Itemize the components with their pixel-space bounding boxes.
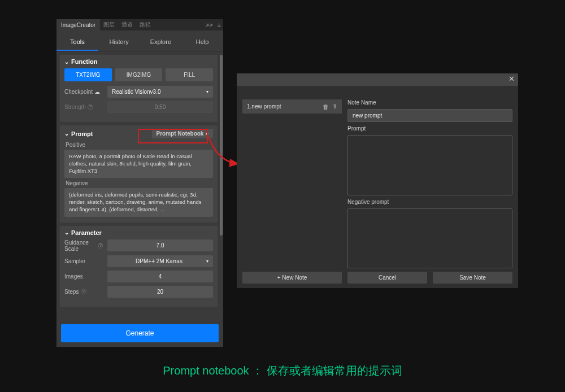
tab-history[interactable]: History (98, 35, 140, 51)
note-list-item[interactable]: 1.new prompt 🗑 ⇪ (242, 99, 342, 114)
sampler-value: DPM++ 2M Karras (112, 258, 206, 264)
chevron-down-icon: ▾ (206, 259, 208, 264)
chevron-down-icon: ⌄ (64, 130, 69, 137)
tab-help[interactable]: Help (181, 35, 223, 51)
note-item-name: 1.new prompt (247, 103, 319, 110)
tab-explore[interactable]: Explore (140, 35, 182, 51)
images-value[interactable]: 4 (107, 271, 213, 282)
negative-prompt-text[interactable]: (deformed iris, deformed pupils, semi-re… (64, 188, 213, 216)
sampler-select[interactable]: DPM++ 2M Karras ▾ (107, 255, 213, 267)
expand-icon: » (205, 130, 208, 137)
prompt-title: Prompt (71, 130, 93, 137)
collapse-icon[interactable]: >> (203, 21, 215, 28)
chevron-down-icon: ⌄ (64, 59, 69, 65)
help-icon[interactable]: ? (88, 104, 93, 110)
checkpoint-value: Realistic Visionv3.0 (112, 89, 161, 95)
panel-titlebar: ImageCreator 图层 通道 路径 >> ≡ (56, 19, 223, 31)
note-name-label: Note Name (347, 99, 512, 106)
help-icon[interactable]: ? (81, 289, 86, 294)
imagecreator-panel: ImageCreator 图层 通道 路径 >> ≡ Tools History… (56, 19, 223, 347)
parameter-title: Parameter (71, 229, 102, 236)
checkpoint-select[interactable]: Realistic Visionv3.0 ▾ (107, 86, 213, 98)
tab-tools[interactable]: Tools (56, 35, 98, 51)
section-function: ⌄ Function TXT2IMG IMG2IMG FILL Checkpoi… (60, 55, 218, 122)
dialog-titlebar: ✕ (237, 73, 518, 86)
images-label: Images (64, 273, 103, 280)
section-parameter: ⌄ Parameter Guidance Scale? 7.0 Sampler … (60, 226, 218, 307)
panel-tab-layers[interactable]: 图层 (100, 19, 118, 31)
scrollbar[interactable] (220, 55, 223, 317)
panel-tab-paths[interactable]: 路径 (136, 19, 154, 31)
section-header-prompt[interactable]: ⌄ Prompt Prompt Notebook » (64, 129, 213, 138)
close-icon[interactable]: ✕ (508, 75, 515, 83)
guidance-value[interactable]: 7.0 (107, 239, 213, 251)
steps-label: Steps (64, 289, 79, 295)
txt2img-button[interactable]: TXT2IMG (64, 68, 112, 81)
panel-tab-channels[interactable]: 通道 (118, 19, 136, 31)
checkpoint-label: Checkpoint (64, 89, 93, 95)
img2img-button[interactable]: IMG2IMG (115, 68, 163, 81)
sampler-label: Sampler (64, 258, 103, 264)
prompt-notebook-dialog: ✕ 1.new prompt 🗑 ⇪ + New Note Note Name … (237, 73, 518, 288)
note-name-input[interactable]: new prompt (347, 109, 512, 122)
save-note-button[interactable]: Save Note (433, 272, 512, 284)
scrollbar-thumb[interactable] (220, 55, 223, 236)
guidance-label: Guidance Scale (64, 239, 97, 252)
cancel-button[interactable]: Cancel (347, 272, 427, 284)
prompt-notebook-button[interactable]: Prompt Notebook » (152, 129, 213, 138)
help-icon[interactable]: ? (98, 243, 103, 249)
delete-icon[interactable]: 🗑 (323, 103, 329, 110)
panel-tab-imagecreator[interactable]: ImageCreator (56, 19, 100, 31)
negative-label: Negative (66, 180, 213, 186)
cloud-icon[interactable]: ☁ (94, 89, 100, 95)
positive-label: Positive (66, 142, 213, 148)
chevron-down-icon: ⌄ (64, 229, 69, 236)
section-header-parameter[interactable]: ⌄ Parameter (64, 229, 213, 236)
export-icon[interactable]: ⇪ (332, 103, 337, 110)
dialog-prompt-label: Prompt (347, 125, 512, 132)
strength-value: 0.50 (107, 101, 213, 113)
steps-value[interactable]: 20 (107, 286, 213, 298)
main-tabs: Tools History Explore Help (56, 31, 223, 51)
section-header-function[interactable]: ⌄ Function (64, 58, 213, 65)
section-prompt: ⌄ Prompt Prompt Notebook » Positive RAW … (60, 125, 218, 223)
fill-button[interactable]: FILL (166, 68, 213, 81)
dialog-prompt-input[interactable] (347, 135, 512, 195)
new-note-button[interactable]: + New Note (242, 272, 342, 284)
dialog-negative-input[interactable] (347, 208, 512, 269)
dialog-negative-label: Negative prompt (347, 199, 512, 205)
note-list-pane: 1.new prompt 🗑 ⇪ + New Note (242, 99, 342, 284)
function-title: Function (71, 58, 97, 65)
chevron-down-icon: ▾ (206, 89, 208, 94)
prompt-notebook-label: Prompt Notebook (157, 130, 204, 137)
strength-label: Strength (64, 104, 86, 110)
note-edit-pane: Note Name new prompt Prompt Negative pro… (347, 99, 512, 284)
menu-icon[interactable]: ≡ (215, 21, 223, 28)
caption-text: Prompt notebook ： 保存或者编辑常用的提示词 (0, 363, 565, 378)
positive-prompt-text[interactable]: RAW photo, a portrait photo of Katie Rea… (64, 150, 213, 178)
generate-button[interactable]: Generate (61, 324, 219, 342)
